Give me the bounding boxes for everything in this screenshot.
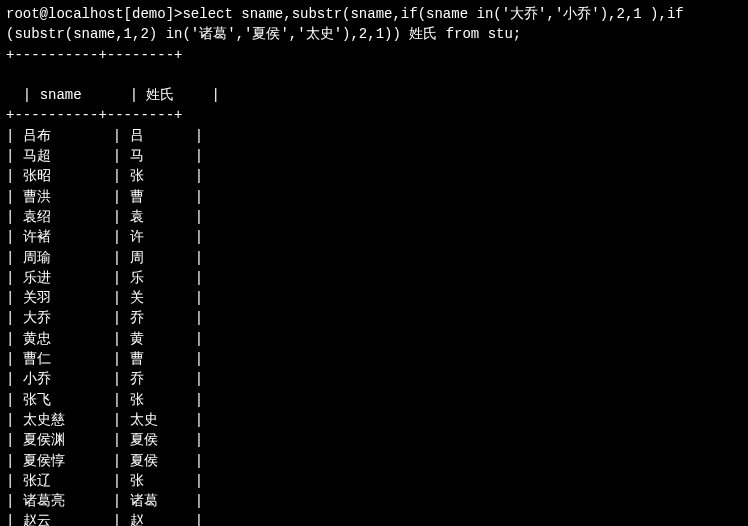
cell-sname: 诸葛亮: [23, 491, 113, 511]
cell-surname: 太史: [130, 410, 195, 430]
cell-surname: 马: [130, 146, 195, 166]
cell-sname: 小乔: [23, 369, 113, 389]
table-row: | 张飞| 张|: [6, 390, 742, 410]
table-row: | 黄忠| 黄|: [6, 329, 742, 349]
table-row: | 曹仁| 曹|: [6, 349, 742, 369]
cell-sname: 马超: [23, 146, 113, 166]
table-row: | 小乔| 乔|: [6, 369, 742, 389]
cell-sname: 黄忠: [23, 329, 113, 349]
cell-surname: 诸葛: [130, 491, 195, 511]
cell-surname: 黄: [130, 329, 195, 349]
cell-sname: 周瑜: [23, 248, 113, 268]
cell-surname: 许: [130, 227, 195, 247]
cell-surname: 夏侯: [130, 451, 195, 471]
cell-sname: 吕布: [23, 126, 113, 146]
table-row: | 太史慈| 太史|: [6, 410, 742, 430]
table-separator-mid: +----------+--------+: [6, 105, 742, 125]
cell-surname: 夏侯: [130, 430, 195, 450]
table-row: | 周瑜| 周|: [6, 248, 742, 268]
cell-surname: 乔: [130, 369, 195, 389]
table-row: | 张昭| 张|: [6, 166, 742, 186]
cell-sname: 夏侯惇: [23, 451, 113, 471]
cell-surname: 张: [130, 390, 195, 410]
sql-prompt-line2: (substr(sname,1,2) in('诸葛','夏侯','太史'),2,…: [6, 24, 742, 44]
cell-surname: 张: [130, 166, 195, 186]
table-row: | 马超| 马|: [6, 146, 742, 166]
table-row: | 大乔| 乔|: [6, 308, 742, 328]
cell-surname: 乔: [130, 308, 195, 328]
cell-surname: 张: [130, 471, 195, 491]
cell-sname: 曹洪: [23, 187, 113, 207]
cell-surname: 曹: [130, 187, 195, 207]
cell-sname: 张辽: [23, 471, 113, 491]
table-row: | 夏侯惇| 夏侯|: [6, 451, 742, 471]
sql-prompt-line1: root@localhost[demo]>select sname,substr…: [6, 4, 742, 24]
cell-sname: 大乔: [23, 308, 113, 328]
table-row: | 赵云| 赵|: [6, 511, 742, 526]
table-header-row: | sname| 姓氏|: [6, 65, 742, 106]
cell-surname: 吕: [130, 126, 195, 146]
cell-sname: 夏侯渊: [23, 430, 113, 450]
table-separator-top: +----------+--------+: [6, 45, 742, 65]
cell-surname: 赵: [130, 511, 195, 526]
cell-sname: 袁绍: [23, 207, 113, 227]
cell-sname: 张飞: [23, 390, 113, 410]
table-row: | 许褚| 许|: [6, 227, 742, 247]
cell-surname: 袁: [130, 207, 195, 227]
cell-surname: 周: [130, 248, 195, 268]
cell-sname: 太史慈: [23, 410, 113, 430]
cell-surname: 关: [130, 288, 195, 308]
table-row: | 诸葛亮| 诸葛|: [6, 491, 742, 511]
cell-surname: 乐: [130, 268, 195, 288]
table-row: | 关羽| 关|: [6, 288, 742, 308]
table-row: | 袁绍| 袁|: [6, 207, 742, 227]
cell-sname: 曹仁: [23, 349, 113, 369]
header-col2: 姓氏: [146, 85, 211, 105]
table-row: | 乐进| 乐|: [6, 268, 742, 288]
cell-sname: 乐进: [23, 268, 113, 288]
table-row: | 夏侯渊| 夏侯|: [6, 430, 742, 450]
table-row: | 吕布| 吕|: [6, 126, 742, 146]
cell-sname: 许褚: [23, 227, 113, 247]
header-col1: sname: [40, 85, 130, 105]
cell-sname: 赵云: [23, 511, 113, 526]
cell-sname: 张昭: [23, 166, 113, 186]
cell-surname: 曹: [130, 349, 195, 369]
table-body: | 吕布| 吕|| 马超| 马|| 张昭| 张|| 曹洪| 曹|| 袁绍| 袁|…: [6, 126, 742, 526]
table-row: | 张辽| 张|: [6, 471, 742, 491]
table-row: | 曹洪| 曹|: [6, 187, 742, 207]
cell-sname: 关羽: [23, 288, 113, 308]
